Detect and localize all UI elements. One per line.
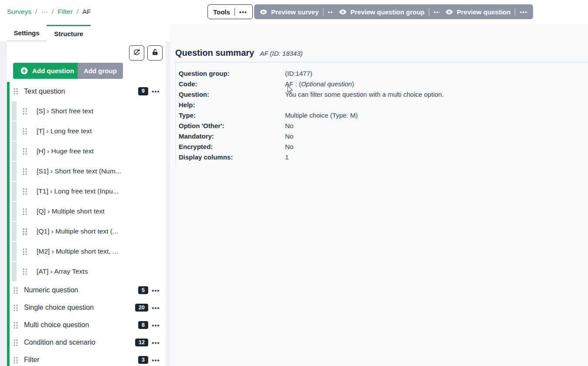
summary-row: Option 'Other': No: [179, 121, 480, 131]
refresh-off-button[interactable]: [129, 45, 144, 61]
summary-row: Help:: [179, 100, 480, 110]
question-label: [Q1] › Multiple short text (...: [37, 227, 118, 235]
indent-bar: [12, 162, 17, 181]
add-question-button[interactable]: Add question: [13, 63, 81, 79]
indent-bar: [12, 242, 17, 261]
preview-button[interactable]: Preview survey •••: [254, 4, 341, 19]
summary-row: Question: You can filter some question w…: [179, 89, 480, 100]
question-label: [S] › Short free text: [37, 107, 93, 115]
breadcrumb-item[interactable]: ···: [41, 8, 48, 16]
drag-handle-icon[interactable]: [22, 268, 27, 275]
group-menu-dots-icon[interactable]: •••: [152, 305, 160, 311]
drag-handle-icon[interactable]: [13, 322, 18, 329]
summary-section: Question group: (ID:1477) Code: AF : (Op…: [175, 62, 588, 167]
summary-value: Multiple choice (Type: M): [285, 110, 358, 121]
tab-structure[interactable]: Structure: [47, 25, 91, 41]
summary-label: Type:: [179, 110, 285, 121]
breadcrumb-item[interactable]: Filter: [58, 8, 72, 16]
breadcrumb-separator: /: [77, 8, 78, 16]
question-group-row[interactable]: Numeric question 5 •••: [10, 282, 166, 298]
question-group-label: Multi choice question: [24, 321, 89, 329]
question-count-badge: 9: [138, 87, 148, 95]
group-menu-dots-icon[interactable]: •••: [152, 288, 160, 293]
question-group-row[interactable]: Multi choice question 8 •••: [10, 317, 166, 333]
question-row[interactable]: [S1] › Short free text (Num...: [10, 162, 166, 181]
question-row[interactable]: [AT] › Array Texts: [10, 262, 166, 281]
question-row[interactable]: [S] › Short free text: [10, 102, 166, 121]
question-group-label: Numeric question: [24, 286, 78, 294]
unlock-button[interactable]: [147, 45, 163, 61]
question-label: [M2] › Multiple short text, ...: [37, 247, 118, 255]
drag-handle-icon[interactable]: [13, 287, 18, 294]
drag-handle-icon[interactable]: [13, 339, 18, 346]
drag-handle-icon[interactable]: [22, 248, 27, 255]
preview-button[interactable]: Preview question group •••: [333, 4, 447, 19]
summary-row: Mandatory: No: [179, 131, 480, 142]
preview-button[interactable]: Preview question •••: [440, 4, 533, 19]
eye-icon: [259, 8, 268, 16]
preview-menu-dots-icon[interactable]: •••: [520, 9, 527, 15]
breadcrumb: Surveys/···/Filter/AF: [7, 8, 91, 16]
question-label: [T1] › Long free text (Inpu...: [37, 187, 119, 195]
breadcrumb-separator: /: [52, 8, 54, 16]
question-group-row[interactable]: Single choice question 20 •••: [10, 299, 166, 316]
group-menu-dots-icon[interactable]: •••: [152, 88, 160, 94]
indent-bar: [12, 222, 17, 241]
summary-label: Option 'Other':: [179, 121, 285, 131]
sidebar-gutter: [166, 41, 170, 366]
drag-handle-icon[interactable]: [22, 128, 27, 135]
tab-settings[interactable]: Settings: [7, 25, 47, 41]
question-count-badge: 8: [138, 321, 148, 329]
preview-button-label: Preview question: [457, 8, 510, 16]
question-row[interactable]: [H] › Huge free text: [10, 142, 166, 161]
summary-value: 1: [285, 152, 289, 163]
drag-handle-icon[interactable]: [13, 304, 18, 312]
question-count-badge: 3: [138, 356, 148, 364]
drag-handle-icon[interactable]: [22, 168, 27, 175]
drag-handle-icon[interactable]: [13, 356, 18, 364]
page-title: Question summary: [175, 48, 254, 58]
drag-handle-icon[interactable]: [22, 148, 27, 155]
drag-handle-icon[interactable]: [22, 108, 27, 115]
question-tree: Text question 9 ••• [S] › Short free tex…: [10, 82, 166, 366]
summary-value: No: [285, 131, 293, 142]
drag-handle-icon[interactable]: [22, 208, 27, 215]
question-count-badge: 5: [138, 286, 148, 295]
summary-row: Display columns: 1: [179, 152, 480, 163]
question-group-row[interactable]: Condition and scenario 12 •••: [10, 334, 166, 351]
unlock-icon: [151, 48, 160, 58]
question-group-row[interactable]: Filter 3 •••: [10, 352, 166, 366]
drag-handle-icon[interactable]: [22, 188, 27, 195]
summary-row: Type: Multiple choice (Type: M): [179, 110, 480, 121]
question-row[interactable]: [Q] › Multiple short text: [10, 202, 166, 221]
summary-row: Question group: (ID:1477): [179, 68, 480, 79]
group-menu-dots-icon[interactable]: •••: [152, 357, 160, 363]
summary-value: AF : (Optional question): [285, 79, 354, 89]
drag-handle-icon[interactable]: [13, 88, 18, 95]
add-group-label: Add group: [84, 67, 117, 75]
question-label: [Q] › Multiple short text: [37, 207, 105, 215]
indent-bar: [12, 142, 17, 161]
refresh-off-icon: [133, 48, 141, 58]
tools-button[interactable]: Tools •••: [207, 4, 253, 19]
question-row[interactable]: [T] › Long free text: [10, 122, 166, 141]
tools-menu-dots-icon[interactable]: •••: [239, 9, 247, 15]
question-group-row[interactable]: Text question 9 •••: [10, 82, 166, 101]
add-group-button[interactable]: Add group: [78, 63, 123, 79]
question-row[interactable]: [T1] › Long free text (Inpu...: [10, 182, 166, 201]
group-menu-dots-icon[interactable]: •••: [152, 340, 160, 346]
summary-label: Code:: [179, 79, 285, 89]
question-count-badge: 20: [135, 304, 148, 312]
group-menu-dots-icon[interactable]: •••: [152, 322, 160, 328]
button-divider: [515, 8, 515, 16]
tab-structure-label: Structure: [54, 30, 83, 37]
button-divider: [429, 8, 429, 16]
indent-bar: [12, 182, 17, 201]
question-row[interactable]: [Q1] › Multiple short text (...: [10, 222, 166, 241]
drag-handle-icon[interactable]: [22, 228, 27, 235]
question-group-label: Condition and scenario: [24, 339, 95, 346]
breadcrumb-item[interactable]: Surveys: [7, 8, 31, 16]
preview-button-label: Preview survey: [271, 8, 319, 16]
question-row[interactable]: [M2] › Multiple short text, ...: [10, 242, 166, 261]
summary-label: Question:: [179, 89, 285, 100]
